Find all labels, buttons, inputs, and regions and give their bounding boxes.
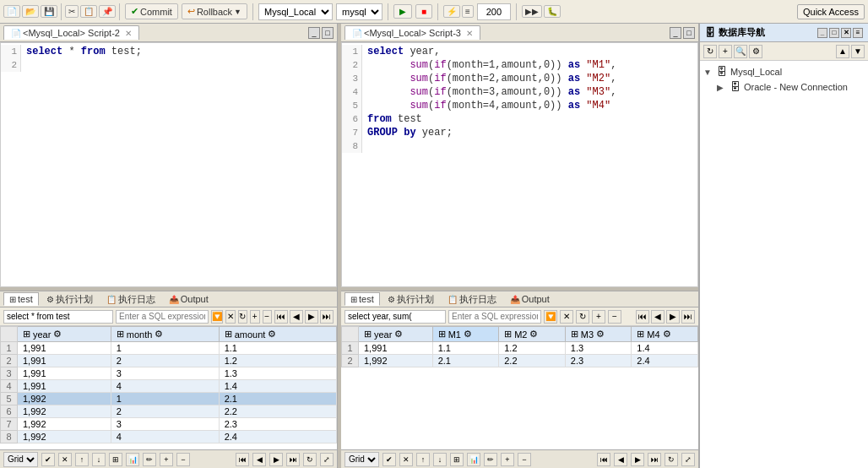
- left-export-btn[interactable]: ↑: [75, 453, 89, 466]
- left-col-amount-header[interactable]: ⊞amount⚙: [219, 327, 336, 342]
- left-grid-row[interactable]: 2 1,991 2 1.2: [1, 355, 337, 367]
- right-cols-btn[interactable]: ⊞: [450, 453, 464, 466]
- left-clear-filter-btn[interactable]: ✕: [225, 310, 236, 324]
- left-view-select[interactable]: Grid: [3, 452, 38, 467]
- left-apply-btn[interactable]: ✔: [41, 453, 55, 466]
- right-script-tab[interactable]: 📄 <Mysql_Local> Script-3 ✕: [344, 25, 480, 40]
- new-file-btn[interactable]: 📄: [3, 5, 20, 18]
- left-last-status-btn[interactable]: ⏭: [286, 453, 300, 466]
- left-reload-btn[interactable]: ↻: [303, 453, 317, 466]
- left-fullscreen-btn[interactable]: ⤢: [320, 453, 334, 466]
- right-filter-btn[interactable]: 🔽: [544, 310, 557, 324]
- left-add-btn[interactable]: +: [160, 453, 173, 466]
- right-last-btn[interactable]: ⏭: [681, 310, 695, 324]
- stop-btn[interactable]: ■: [415, 4, 432, 19]
- left-stats-btn[interactable]: 📊: [126, 453, 139, 466]
- left-grid-row[interactable]: 4 1,991 4 1.4: [1, 380, 337, 393]
- right-grid-row[interactable]: 2 1,992 2.1 2.2 2.3 2.4: [342, 355, 698, 367]
- right-add-row-btn[interactable]: +: [592, 310, 605, 324]
- db-tree-item-mysql[interactable]: ▼ 🗄 Mysql_Local: [703, 64, 865, 79]
- zoom-input[interactable]: [477, 3, 511, 20]
- left-code-editor[interactable]: 1 select * from test; 2: [0, 42, 337, 287]
- right-last-status-btn[interactable]: ⏭: [648, 453, 661, 466]
- left-add-row-btn[interactable]: +: [250, 310, 260, 324]
- save-btn[interactable]: 💾: [41, 5, 57, 18]
- right-tab-output[interactable]: 📤 Output: [504, 292, 556, 306]
- paste-btn[interactable]: 📌: [99, 5, 116, 18]
- right-maximize-btn[interactable]: □: [683, 27, 695, 39]
- left-first-btn[interactable]: ⏮: [274, 310, 288, 324]
- right-cancel-btn[interactable]: ✕: [399, 453, 413, 466]
- right-export-btn[interactable]: ↑: [416, 453, 430, 466]
- right-apply-btn[interactable]: ✔: [382, 453, 396, 466]
- left-prev-status-btn[interactable]: ◀: [252, 453, 266, 466]
- right-delete-row-btn[interactable]: −: [608, 310, 621, 324]
- cut-btn[interactable]: ✂: [65, 5, 79, 18]
- right-col-m4-header[interactable]: ⊞M4⚙: [632, 327, 698, 342]
- format-btn[interactable]: ≡: [462, 5, 474, 18]
- db-connection-select[interactable]: Mysql_Local: [258, 3, 333, 20]
- run-all-btn[interactable]: ▶▶: [522, 5, 542, 18]
- left-next-status-btn[interactable]: ▶: [269, 453, 283, 466]
- quick-access-button[interactable]: Quick Access: [797, 4, 865, 19]
- db-nav-minimize-btn[interactable]: _: [817, 28, 827, 38]
- right-col-m3-header[interactable]: ⊞M3⚙: [565, 327, 632, 342]
- left-filter-btn[interactable]: 🔽: [211, 310, 223, 324]
- right-view-select[interactable]: Grid: [344, 452, 379, 467]
- right-tab-close[interactable]: ✕: [466, 29, 473, 38]
- right-code-editor[interactable]: 1 select year, 2 sum(if(month=1,amount,0…: [341, 42, 698, 287]
- left-delete-row-btn[interactable]: −: [263, 310, 273, 324]
- left-grid-row[interactable]: 8 1,992 4 2.4: [1, 431, 337, 444]
- left-prev-btn[interactable]: ◀: [290, 310, 303, 324]
- right-prev-btn[interactable]: ◀: [651, 310, 665, 324]
- open-btn[interactable]: 📂: [22, 5, 39, 18]
- left-col-month-header[interactable]: ⊞month⚙: [111, 327, 219, 342]
- right-tab-explain[interactable]: ⚙ 执行计划: [382, 291, 440, 307]
- schema-select[interactable]: mysql: [336, 3, 382, 20]
- right-col-m2-header[interactable]: ⊞M2⚙: [499, 327, 566, 342]
- right-expr-input[interactable]: [448, 310, 541, 324]
- right-col-m1-header[interactable]: ⊞M1⚙: [432, 327, 499, 342]
- left-grid-row[interactable]: 6 1,992 2 2.2: [1, 405, 337, 418]
- left-cols-btn[interactable]: ⊞: [109, 453, 122, 466]
- left-filter-input[interactable]: [3, 310, 113, 324]
- left-next-btn[interactable]: ▶: [305, 310, 318, 324]
- left-maximize-btn[interactable]: □: [322, 27, 334, 39]
- right-next-btn[interactable]: ▶: [666, 310, 680, 324]
- left-col-year-header[interactable]: ⊞year⚙: [18, 327, 111, 342]
- db-nav-expand-btn[interactable]: ▼: [851, 45, 865, 58]
- left-first-status-btn[interactable]: ⏮: [236, 453, 249, 466]
- right-filter-input[interactable]: [344, 310, 446, 324]
- db-nav-refresh-btn[interactable]: ↻: [703, 45, 717, 58]
- right-col-year-header[interactable]: ⊞year⚙: [359, 327, 433, 342]
- copy-btn[interactable]: 📋: [80, 5, 97, 18]
- right-fullscreen-btn[interactable]: ⤢: [681, 453, 695, 466]
- left-tab-explain[interactable]: ⚙ 执行计划: [41, 291, 99, 307]
- right-grid-row[interactable]: 1 1,991 1.1 1.2 1.3 1.4: [342, 342, 698, 355]
- db-nav-collapse-btn[interactable]: ▲: [836, 45, 849, 58]
- right-clear-filter-btn[interactable]: ✕: [560, 310, 573, 324]
- right-stats-btn[interactable]: 📊: [467, 453, 480, 466]
- right-next-status-btn[interactable]: ▶: [631, 453, 644, 466]
- left-tab-close[interactable]: ✕: [125, 29, 132, 38]
- right-import-btn[interactable]: ↓: [433, 453, 447, 466]
- db-nav-close-btn[interactable]: ✕: [841, 28, 851, 38]
- db-nav-maximize-btn[interactable]: □: [829, 28, 839, 38]
- db-nav-menu-btn[interactable]: ≡: [853, 28, 863, 38]
- commit-button[interactable]: ✔ Commit: [125, 3, 178, 19]
- left-tab-test[interactable]: ⊞ test: [3, 292, 39, 306]
- left-import-btn[interactable]: ↓: [92, 453, 106, 466]
- left-grid-row[interactable]: 3 1,991 3 1.3: [1, 367, 337, 380]
- right-del-btn[interactable]: −: [518, 453, 531, 466]
- left-grid-row[interactable]: 7 1,992 3 2.3: [1, 418, 337, 431]
- db-nav-new-btn[interactable]: +: [719, 45, 732, 58]
- right-first-status-btn[interactable]: ⏮: [597, 453, 610, 466]
- rollback-button[interactable]: ↩ Rollback ▼: [182, 3, 247, 19]
- explain-btn[interactable]: ⚡: [443, 5, 460, 18]
- left-grid-row[interactable]: 1 1,991 1 1.1: [1, 342, 337, 355]
- left-tab-log[interactable]: 📋 执行日志: [100, 291, 161, 307]
- db-nav-filter-btn[interactable]: 🔍: [734, 45, 747, 58]
- right-prev-status-btn[interactable]: ◀: [614, 453, 627, 466]
- debug-btn[interactable]: 🐛: [544, 5, 561, 18]
- left-refresh-btn[interactable]: ↻: [238, 310, 248, 324]
